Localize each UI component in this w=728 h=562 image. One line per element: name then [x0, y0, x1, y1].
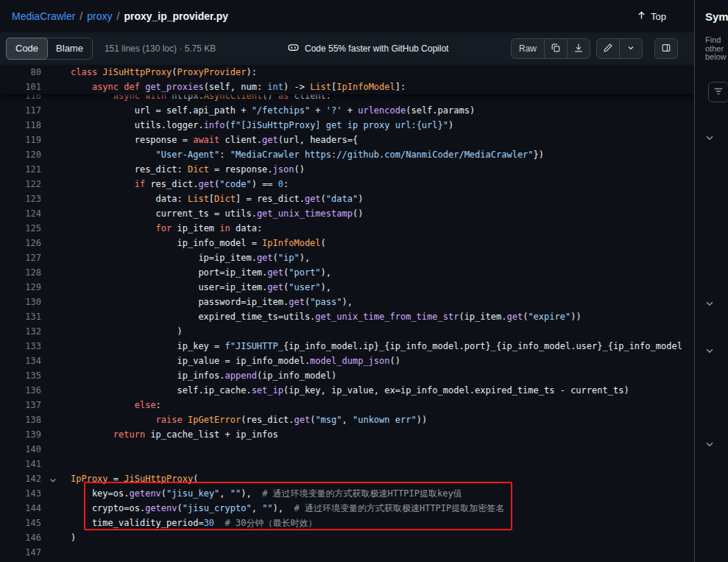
code-line: 142IpProxy = JiSuHttpProxy( [0, 471, 694, 486]
line-number[interactable]: 122 [0, 177, 41, 192]
code-text: url = self.api_path + "/fetchips" + '?' … [41, 103, 475, 118]
symbols-description-line: below [705, 53, 727, 62]
code-line: 134 ip_value = ip_info_model.model_dump_… [0, 354, 694, 368]
line-number[interactable]: 139 [0, 427, 41, 442]
code-line: 143 key=os.getenv("jisu_key", ""), # 通过环… [0, 486, 694, 501]
code-text: port=ip_item.get("port"), [41, 265, 331, 280]
code-line: 122 if res_dict.get("code") == 0: [0, 177, 694, 192]
line-number[interactable]: 120 [0, 147, 41, 162]
code-line: 121 res_dict: Dict = response.json() [0, 162, 694, 177]
breadcrumb-repo-link[interactable]: MediaCrawler [12, 10, 75, 22]
code-text: class JiSuHttpProxy(ProxyProvider): [41, 65, 257, 80]
code-text: ip_info_model = IpInfoModel( [41, 236, 326, 250]
pencil-icon [603, 43, 613, 55]
code-line: 119 response = await client.get(url, hea… [0, 133, 694, 147]
line-number[interactable]: 123 [0, 192, 41, 206]
line-number[interactable]: 142 [0, 471, 41, 486]
line-number[interactable]: 128 [0, 265, 41, 280]
symbols-panel-description: Find other below [705, 36, 727, 62]
line-number[interactable]: 116 [0, 94, 41, 103]
code-line: 118 utils.logger.info(f"[JiSuHttpProxy] … [0, 118, 694, 133]
breadcrumb-folder-link[interactable]: proxy [87, 10, 112, 22]
code-text: async def get_proxies(self, num: int) ->… [41, 80, 406, 94]
line-number[interactable]: 126 [0, 236, 41, 250]
line-number[interactable]: 118 [0, 118, 41, 133]
symbol-chevron-down-icon[interactable] [704, 133, 715, 143]
line-number[interactable]: 119 [0, 133, 41, 147]
symbols-panel-title: Sym [705, 10, 728, 23]
edit-file-button[interactable] [596, 38, 620, 59]
filter-symbols-button[interactable] [708, 82, 728, 102]
code-line: 137 else: [0, 398, 694, 412]
code-text: key=os.getenv("jisu_key", ""), # 通过环境变量的… [41, 486, 462, 501]
line-number[interactable]: 133 [0, 339, 41, 354]
breadcrumb-separator: / [116, 10, 119, 22]
tab-blame[interactable]: Blame [47, 38, 92, 59]
file-header: MediaCrawler / proxy / proxy_ip_provider… [0, 0, 694, 32]
github-code-view: MediaCrawler / proxy / proxy_ip_provider… [0, 0, 728, 562]
raw-copy-download-group: Raw [511, 38, 590, 59]
code-line: 140 [0, 442, 694, 457]
toolbar-actions: Raw [511, 38, 678, 59]
code-line: 138 raise IpGetError(res_dict.get("msg",… [0, 412, 694, 427]
file-meta-info: 151 lines (130 loc) · 5.75 KB [105, 43, 216, 54]
copilot-icon [287, 42, 300, 55]
line-number[interactable]: 144 [0, 501, 41, 516]
line-number[interactable]: 121 [0, 162, 41, 177]
code-line: 144 crypto=os.getenv("jisu_crypto", ""),… [0, 501, 694, 516]
code-text: data: List[Dict] = res_dict.get("data") [41, 192, 363, 206]
code-text: for ip_item in data: [41, 221, 262, 236]
filter-icon [713, 86, 724, 99]
download-raw-button[interactable] [567, 38, 590, 59]
tab-code[interactable]: Code [6, 38, 48, 60]
code-text [41, 545, 71, 560]
line-number[interactable]: 146 [0, 530, 41, 545]
line-number[interactable]: 140 [0, 442, 41, 457]
code-line: 131 expired_time_ts=utils.get_unix_time_… [0, 309, 694, 324]
symbol-chevron-down-icon[interactable] [704, 298, 715, 309]
line-number[interactable]: 130 [0, 295, 41, 309]
code-line: 123 data: List[Dict] = res_dict.get("dat… [0, 192, 694, 206]
line-number[interactable]: 129 [0, 280, 41, 295]
line-number[interactable]: 132 [0, 324, 41, 339]
copy-raw-button[interactable] [544, 38, 568, 59]
code-text: response = await client.get(url, headers… [41, 133, 358, 147]
line-number[interactable]: 138 [0, 412, 41, 427]
back-to-top-button[interactable]: Top [637, 10, 666, 22]
chevron-down-icon [626, 43, 635, 55]
breadcrumb: MediaCrawler / proxy / proxy_ip_provider… [12, 10, 228, 22]
line-number[interactable]: 136 [0, 383, 41, 398]
line-number[interactable]: 145 [0, 516, 41, 530]
symbol-chevron-down-icon[interactable] [704, 345, 715, 356]
code-line: 130 password=ip_item.get("pass"), [0, 295, 694, 309]
line-number[interactable]: 141 [0, 457, 41, 471]
line-number[interactable]: 101 [0, 80, 41, 94]
code-text: expired_time_ts=utils.get_unix_time_from… [41, 309, 582, 324]
code-line: 120 "User-Agent": "MediaCrawler https://… [0, 147, 694, 162]
line-number[interactable]: 147 [0, 545, 41, 560]
code-text: time_validity_period=30 # 30分钟（最长时效） [41, 516, 317, 530]
line-number[interactable]: 80 [0, 65, 41, 80]
code-text: self.ip_cache.set_ip(ip_key, ip_value, e… [41, 383, 629, 398]
line-number[interactable]: 131 [0, 309, 41, 324]
edit-button-group [596, 38, 643, 59]
line-number[interactable]: 143 [0, 486, 41, 501]
line-number[interactable]: 127 [0, 250, 41, 265]
line-number[interactable]: 125 [0, 221, 41, 236]
line-number[interactable]: 137 [0, 398, 41, 412]
line-number[interactable]: 134 [0, 354, 41, 368]
line-number[interactable]: 135 [0, 368, 41, 383]
symbols-panel-toggle-button[interactable] [654, 38, 678, 59]
arrow-up-icon [637, 10, 646, 22]
code-text: raise IpGetError(res_dict.get("msg", "un… [41, 412, 427, 427]
code-text: ip=ip_item.get("ip"), [41, 250, 310, 265]
code-text: utils.logger.info(f"[JiSuHttpProxy] get … [41, 118, 453, 133]
code-text: res_dict: Dict = response.json() [41, 162, 305, 177]
line-number[interactable]: 124 [0, 206, 41, 221]
edit-dropdown-button[interactable] [619, 38, 643, 59]
code-line: 141 [0, 457, 694, 471]
symbol-chevron-down-icon[interactable] [704, 439, 715, 449]
line-number[interactable]: 117 [0, 103, 41, 118]
raw-button[interactable]: Raw [511, 38, 545, 59]
copilot-banner[interactable]: Code 55% faster with GitHub Copilot [287, 32, 448, 65]
